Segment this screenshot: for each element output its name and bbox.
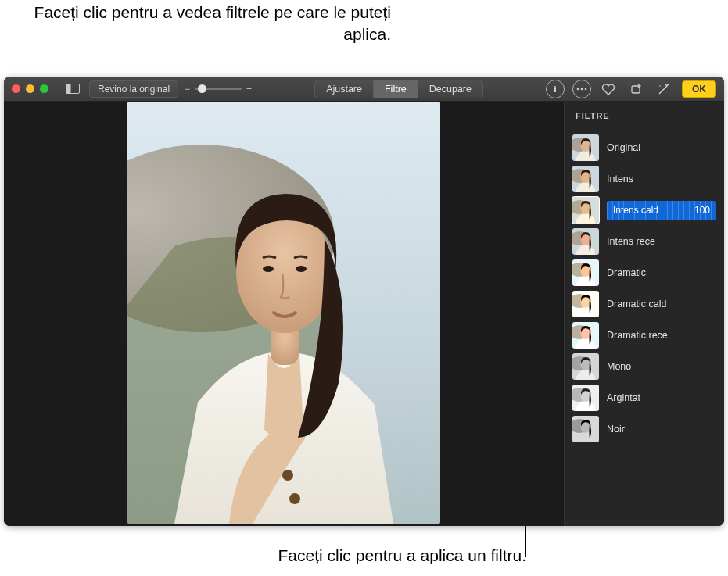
done-button[interactable]: OK [682,80,716,98]
callout-bottom-text: Faceți clic pentru a aplica un filtru. [278,546,526,564]
svg-point-16 [282,470,293,481]
zoom-slider[interactable]: − + [185,84,252,95]
mode-segmented-control: Ajustare Filtre Decupare [314,80,483,98]
svg-point-2 [554,86,556,88]
filter-thumbnail [572,166,599,192]
filter-selected-label: Intens cald [613,205,658,216]
filter-item-intens-rece[interactable]: Intens rece [571,226,718,257]
svg-point-15 [296,266,307,272]
app-window: Revino la original − + Ajustare Filtre D… [4,77,724,526]
filter-label: Argintat [607,392,640,403]
filter-label: Mono [607,361,631,372]
filter-thumbnail [572,134,599,161]
callout-top-text: Faceți clic pentru a vedea filtrele pe c… [34,3,391,43]
callout-top: Faceți clic pentru a vedea filtrele pe c… [8,2,391,46]
favorite-button[interactable] [599,80,618,98]
svg-rect-1 [66,84,71,94]
filter-thumbnail [572,291,599,317]
more-button[interactable] [572,80,591,98]
window-controls [12,84,48,93]
filter-label: Noir [607,424,625,435]
sidebar-toggle-button[interactable] [63,80,83,98]
photo-preview [127,102,440,524]
tab-crop[interactable]: Decupare [418,80,482,98]
revert-label: Revino la original [98,84,170,95]
filter-label: Intens rece [607,236,655,247]
main-area: FILTRE OriginalIntensIntens cald100Inten… [4,102,724,526]
svg-point-5 [581,88,583,90]
close-window-button[interactable] [12,84,20,93]
zoom-track[interactable] [195,88,242,90]
filter-item-intens[interactable]: Intens [571,163,718,195]
filter-thumbnail [572,353,599,380]
done-label: OK [692,84,706,95]
svg-point-6 [585,88,587,90]
filter-thumbnail [572,385,599,411]
filter-label: Dramatic [607,267,646,278]
filter-label: Intens [607,174,633,184]
filter-thumbnail [572,259,599,286]
svg-point-17 [289,493,300,504]
zoom-thumb[interactable] [198,84,206,93]
filter-label: Original [607,142,640,153]
filter-thumbnail [572,197,599,224]
filter-intensity-slider[interactable]: Intens cald100 [607,201,716,220]
toolbar-right: OK [546,80,716,98]
filter-label: Dramatic rece [607,330,668,341]
filter-thumbnail [572,228,599,255]
zoom-plus-icon: + [246,84,252,95]
rotate-button[interactable] [626,80,646,98]
filters-panel: FILTRE OriginalIntensIntens cald100Inten… [564,102,724,526]
filter-intensity-value: 100 [694,205,710,216]
svg-rect-3 [554,88,556,92]
svg-point-14 [263,266,274,272]
filter-item-noir[interactable]: Noir [571,413,718,445]
photo-image [127,102,440,524]
tab-adjust[interactable]: Ajustare [315,80,373,98]
minimize-window-button[interactable] [26,84,34,93]
svg-point-9 [662,83,663,84]
filters-panel-title: FILTRE [571,106,718,127]
filter-item-dramatic-cald[interactable]: Dramatic cald [571,288,718,320]
filter-thumbnail [572,416,599,442]
revert-button[interactable]: Revino la original [89,80,178,98]
filter-label: Dramatic cald [607,299,666,309]
maximize-window-button[interactable] [40,84,48,93]
panel-divider [571,453,718,453]
filter-item-dramatic[interactable]: Dramatic [571,257,718,288]
filter-item-original[interactable]: Original [571,132,718,163]
filter-item-argintat[interactable]: Argintat [571,382,718,413]
photo-canvas [4,102,564,526]
filter-thumbnail [572,322,599,349]
toolbar: Revino la original − + Ajustare Filtre D… [4,77,724,102]
info-button[interactable] [546,80,565,98]
auto-enhance-button[interactable] [654,80,674,98]
filter-item-mono[interactable]: Mono [571,351,718,382]
tab-filters[interactable]: Filtre [373,80,418,98]
svg-point-4 [577,88,579,90]
svg-point-8 [659,85,661,87]
filter-item-intens-cald[interactable]: Intens cald100 [571,195,718,226]
filter-list: OriginalIntensIntens cald100Intens receD… [571,127,718,445]
zoom-minus-icon: − [185,84,190,95]
callout-bottom: Faceți clic pentru a aplica un filtru. [278,545,526,567]
filter-item-dramatic-rece[interactable]: Dramatic rece [571,320,718,351]
